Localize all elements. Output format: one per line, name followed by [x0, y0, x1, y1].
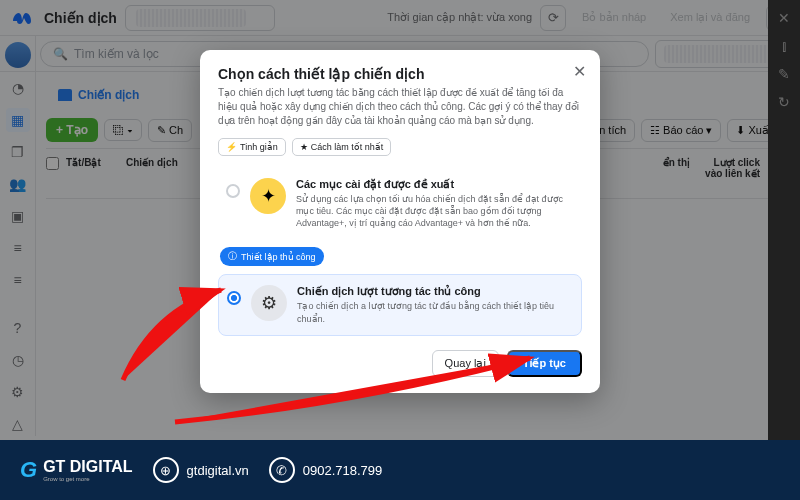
opt2-desc: Tạo chiến dịch a lượt tương tác từ đầu b… [297, 300, 573, 324]
modal-title: Chọn cách thiết lập chiến dịch [218, 66, 582, 82]
phone-icon: ✆ [269, 457, 295, 483]
tag-streamlined: ⚡Tinh giản [218, 138, 286, 156]
option-manual[interactable]: ⚙ Chiến dịch lượt tương tác thủ công Tạo… [218, 274, 582, 335]
back-button[interactable]: Quay lại [432, 350, 499, 377]
radio-recommended[interactable] [226, 184, 240, 198]
radio-manual[interactable] [227, 291, 241, 305]
gear-icon: ⚙ [251, 285, 287, 321]
globe-icon: ⊕ [153, 457, 179, 483]
gt-logo: G GT DIGITAL Grow to get more [20, 457, 133, 483]
footer-web[interactable]: ⊕ gtdigital.vn [153, 457, 249, 483]
info-icon: ⓘ [228, 250, 237, 263]
modal-description: Tạo chiến dịch lượt tương tác bằng cách … [218, 86, 582, 128]
footer-phone[interactable]: ✆ 0902.718.799 [269, 457, 383, 483]
continue-button[interactable]: Tiếp tục [507, 350, 582, 377]
wand-icon: ✦ [250, 178, 286, 214]
setup-modal: ✕ Chọn cách thiết lập chiến dịch Tạo chi… [200, 50, 600, 393]
bolt-icon: ⚡ [226, 142, 237, 152]
close-icon[interactable]: ✕ [573, 62, 586, 81]
tag-row: ⚡Tinh giản ★Cách làm tốt nhất [218, 138, 582, 156]
app-root: Chiến dịch Thời gian cập nhật: vừa xong … [0, 0, 800, 500]
opt1-desc: Sử dụng các lựa chọn tối ưu hóa chiến dị… [296, 193, 574, 229]
option-recommended[interactable]: ✦ Các mục cài đặt được đề xuất Sử dụng c… [218, 168, 582, 239]
star-icon: ★ [300, 142, 308, 152]
opt1-title: Các mục cài đặt được đề xuất [296, 178, 574, 191]
tag-best-practice: ★Cách làm tốt nhất [292, 138, 392, 156]
gt-mark-icon: G [20, 457, 37, 483]
manual-setup-badge: ⓘThiết lập thủ công [220, 247, 324, 266]
brand-footer: G GT DIGITAL Grow to get more ⊕ gtdigita… [0, 440, 800, 500]
opt2-title: Chiến dịch lượt tương tác thủ công [297, 285, 573, 298]
modal-footer: Quay lại Tiếp tục [218, 350, 582, 377]
